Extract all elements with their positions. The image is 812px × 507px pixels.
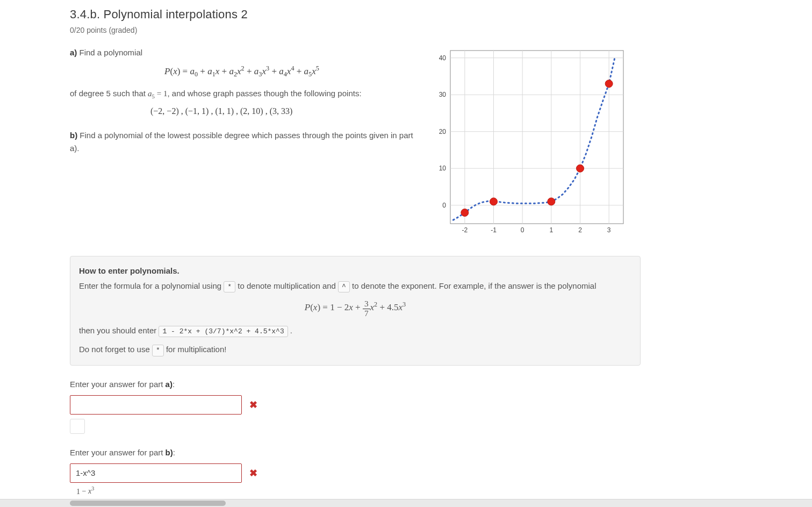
page-title: 3.4.b. Polynomial interpolations 2	[70, 8, 742, 22]
svg-text:40: 40	[439, 54, 447, 62]
svg-text:20: 20	[439, 128, 447, 135]
help-box: How to enter polynomials. Enter the form…	[70, 256, 641, 366]
kbd-star-2: *	[152, 345, 164, 356]
part-a-polynomial-eq: P(x) = a0 + a1x + a2x2 + a3x3 + a4x4 + a…	[70, 65, 414, 78]
part-a-lead: a) Find a polynomial	[70, 46, 414, 59]
answer-b-label: Enter your answer for part b):	[70, 448, 742, 457]
svg-text:0: 0	[442, 202, 446, 209]
svg-point-23	[461, 209, 469, 216]
svg-text:-1: -1	[491, 226, 497, 234]
part-a-points-list: (−2, −2) , (−1, 1) , (1, 1) , (2, 10) , …	[150, 106, 414, 116]
answer-a-input[interactable]	[70, 395, 242, 415]
incorrect-icon: ✖	[249, 468, 257, 478]
svg-text:30: 30	[439, 91, 447, 98]
svg-text:1: 1	[549, 226, 553, 234]
answer-b-preview: 1 − x3	[76, 486, 742, 496]
points-status: 0/20 points (graded)	[70, 26, 742, 34]
part-b-label: b)	[70, 131, 77, 140]
answer-a-label: Enter your answer for part a):	[70, 380, 742, 389]
kbd-star: *	[224, 281, 235, 293]
incorrect-icon: ✖	[249, 400, 257, 410]
kbd-caret: ^	[338, 281, 350, 293]
help-line-3: Do not forget to use * for multiplicatio…	[79, 342, 631, 356]
help-title: How to enter polynomials.	[79, 264, 631, 278]
part-b-text: b) Find a polynomial of the lowest possi…	[70, 129, 414, 155]
help-line-1: Enter the formula for a polynomial using…	[79, 279, 631, 293]
answer-b-input[interactable]	[70, 463, 242, 483]
part-a-tail: of degree 5 such that a5 = 1, and whose …	[70, 87, 414, 101]
help-line-2: then you should enter 1 - 2*x + (3/7)*x^…	[79, 324, 631, 338]
svg-rect-0	[450, 51, 623, 224]
svg-point-27	[605, 80, 613, 88]
interpolation-chart: -2-10123010203040	[430, 46, 629, 240]
help-example-eq: P(x) = 1 − 2x + 37x2 + 4.5x3	[79, 299, 631, 318]
svg-text:10: 10	[439, 165, 447, 172]
part-a-label: a)	[70, 48, 77, 57]
kbd-example: 1 - 2*x + (3/7)*x^2 + 4.5*x^3	[159, 326, 288, 338]
svg-text:-2: -2	[462, 226, 468, 234]
svg-point-25	[548, 198, 555, 205]
svg-point-24	[490, 198, 498, 205]
answer-a-preview-chip	[70, 419, 85, 434]
svg-text:0: 0	[521, 226, 524, 234]
svg-point-26	[577, 165, 584, 172]
svg-text:2: 2	[578, 226, 582, 234]
svg-text:3: 3	[607, 226, 611, 234]
